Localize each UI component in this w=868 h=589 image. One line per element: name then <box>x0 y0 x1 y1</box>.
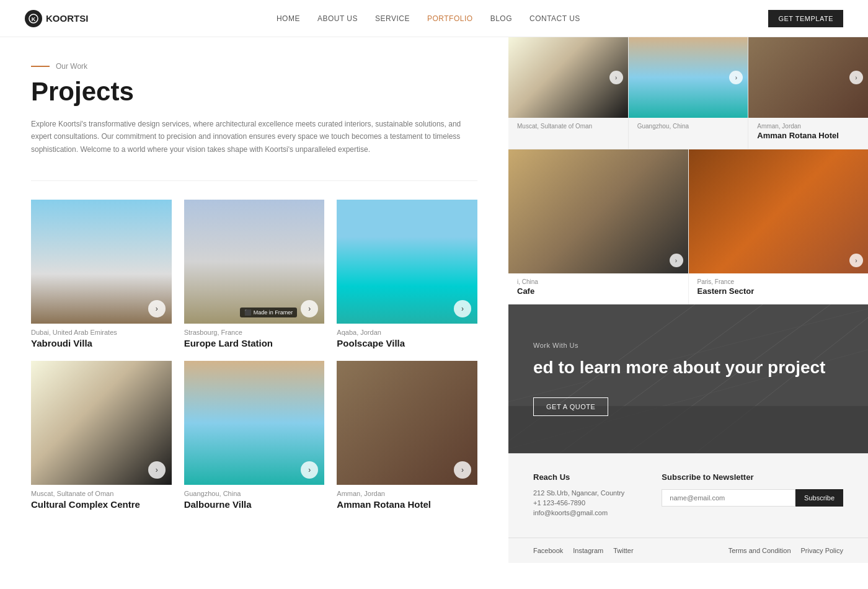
terms-link[interactable]: Terms and Condition <box>728 547 791 554</box>
project-image-5: › <box>184 361 325 485</box>
nav-about[interactable]: ABOUT US <box>317 14 358 23</box>
footer-address: 212 Sb.Urb, Ngancar, Country <box>533 489 624 497</box>
privacy-link[interactable]: Privacy Policy <box>801 547 843 554</box>
slider-item-3: › Amman, Jordan Amman Rotana Hotel <box>748 37 868 149</box>
get-a-quote-button[interactable]: GET A QUOTE <box>533 397 608 416</box>
nav-contact[interactable]: CONTACT US <box>529 14 580 23</box>
project-image-1: › <box>31 200 172 324</box>
project-card-5[interactable]: › Guangzhou, China Dalbourne Villa <box>184 361 325 510</box>
logo-text: KOORTSI <box>46 13 88 24</box>
card-arrow-6[interactable]: › <box>454 461 471 479</box>
mid-image-item-1: › i, China Cafe <box>508 149 689 304</box>
mid-image-2: › <box>689 149 869 273</box>
project-location-6: Amman, Jordan <box>337 490 477 497</box>
newsletter-heading: Subscribe to Newsletter <box>662 472 843 482</box>
nav-portfolio[interactable]: PORTFOLIO <box>427 14 473 23</box>
footer-phone: +1 123-456-7890 <box>533 499 624 507</box>
nav-home[interactable]: HOME <box>277 14 300 23</box>
project-location-4: Muscat, Sultanate of Oman <box>31 490 172 497</box>
nav-service[interactable]: SERVICE <box>375 14 410 23</box>
project-name-2: Europe Lard Station <box>184 338 325 348</box>
project-card-3[interactable]: › Aqaba, Jordan Poolscape Villa <box>337 200 477 348</box>
cta-content: Work With Us ed to learn more about your… <box>533 342 843 416</box>
slider-image-1: › <box>508 37 628 118</box>
svg-text:K: K <box>32 16 36 22</box>
navbar: K KOORTSI HOME ABOUT US SERVICE PORTFOLI… <box>0 0 868 37</box>
project-image-2: › ⬛ Made in Framer <box>184 200 325 324</box>
mid-chevron-1[interactable]: › <box>670 254 683 267</box>
footer-contact-heading: Reach Us <box>533 472 624 482</box>
mid-loc-1: i, China <box>508 273 688 286</box>
framer-badge: ⬛ Made in Framer <box>240 308 298 317</box>
slider-chevron-2[interactable]: › <box>729 71 743 84</box>
project-location-3: Aqaba, Jordan <box>337 329 477 336</box>
card-arrow-3[interactable]: › <box>454 300 471 317</box>
slider-items: › Muscat, Sultanate of Oman › Guangzhou,… <box>508 37 868 149</box>
card-arrow-4[interactable]: › <box>148 461 166 479</box>
projects-description: Explore Koortsi's transformative design … <box>31 118 465 156</box>
slider-title-3: Amman Rotana Hotel <box>748 131 868 140</box>
mid-loc-2: Paris, France <box>689 273 869 286</box>
project-image-4: › <box>31 361 172 485</box>
slider-chevron-3[interactable]: › <box>849 71 863 84</box>
logo-icon: K <box>25 10 42 27</box>
cta-section: Work With Us ed to learn more about your… <box>508 304 868 453</box>
footer-links: Terms and Condition Privacy Policy <box>728 547 843 554</box>
mid-title-2: Eastern Sector <box>689 286 869 304</box>
mid-image-1: › <box>508 149 688 273</box>
right-sidebar: › Muscat, Sultanate of Oman › Guangzhou,… <box>508 37 868 589</box>
footer-email: info@koorts@gmail.com <box>533 509 624 516</box>
slider-chevron-1[interactable]: › <box>609 71 623 84</box>
divider <box>31 180 477 181</box>
social-twitter[interactable]: Twitter <box>613 547 633 554</box>
section-label-text: Our Work <box>56 62 87 71</box>
footer-bottom: Facebook Instagram Twitter Terms and Con… <box>508 538 868 563</box>
nav-links: HOME ABOUT US SERVICE PORTFOLIO BLOG CON… <box>277 14 580 23</box>
page-layout: Our Work Projects Explore Koortsi's tran… <box>0 37 868 589</box>
project-image-6: › <box>337 361 477 485</box>
project-location-2: Strasbourg, France <box>184 329 325 336</box>
project-name-1: Yabroudi Villa <box>31 338 172 348</box>
card-arrow-2[interactable]: › <box>301 300 318 317</box>
project-card-4[interactable]: › Muscat, Sultanate of Oman Cultural Com… <box>31 361 172 510</box>
social-instagram[interactable]: Instagram <box>573 547 603 554</box>
project-card-1[interactable]: › Dubai, United Arab Emirates Yabroudi V… <box>31 200 172 348</box>
card-arrow-1[interactable]: › <box>148 300 166 317</box>
newsletter-email-input[interactable] <box>662 489 795 507</box>
project-location-1: Dubai, United Arab Emirates <box>31 329 172 336</box>
project-name-6: Amman Rotana Hotel <box>337 499 477 510</box>
top-slider: › Muscat, Sultanate of Oman › Guangzhou,… <box>508 37 868 149</box>
slider-image-2: › <box>629 37 748 118</box>
cta-title: ed to learn more about your project <box>533 356 843 379</box>
slider-item-1: › Muscat, Sultanate of Oman <box>508 37 629 149</box>
get-template-button[interactable]: GET TEMPLATE <box>768 10 843 27</box>
mid-chevron-2[interactable]: › <box>849 254 863 267</box>
project-name-5: Dalbourne Villa <box>184 499 325 510</box>
mid-title-1: Cafe <box>508 286 688 304</box>
newsletter-subscribe-button[interactable]: Subscribe <box>795 489 843 507</box>
cta-label: Work With Us <box>533 342 843 349</box>
social-facebook[interactable]: Facebook <box>533 547 563 554</box>
footer-contact: Reach Us 212 Sb.Urb, Ngancar, Country +1… <box>533 472 624 519</box>
footer-newsletter: Subscribe to Newsletter Subscribe <box>662 472 843 519</box>
project-card-2[interactable]: › ⬛ Made in Framer Strasbourg, France Eu… <box>184 200 325 348</box>
projects-grid: › Dubai, United Arab Emirates Yabroudi V… <box>31 200 477 510</box>
slider-image-3: › <box>748 37 868 118</box>
section-label-line <box>31 66 50 67</box>
slider-loc-3: Amman, Jordan <box>748 118 868 131</box>
page-title: Projects <box>31 77 477 107</box>
nav-blog[interactable]: BLOG <box>490 14 512 23</box>
slider-loc-1: Muscat, Sultanate of Oman <box>508 118 628 131</box>
project-name-4: Cultural Complex Centre <box>31 499 172 510</box>
main-content: Our Work Projects Explore Koortsi's tran… <box>0 37 508 589</box>
card-arrow-5[interactable]: › <box>301 461 318 479</box>
project-card-6[interactable]: › Amman, Jordan Amman Rotana Hotel <box>337 361 477 510</box>
footer-area: Reach Us 212 Sb.Urb, Ngancar, Country +1… <box>508 453 868 538</box>
slider-item-2: › Guangzhou, China <box>629 37 749 149</box>
slider-loc-2: Guangzhou, China <box>629 118 748 131</box>
logo[interactable]: K KOORTSI <box>25 10 88 27</box>
mid-image-item-2: › Paris, France Eastern Sector <box>689 149 869 304</box>
project-name-3: Poolscape Villa <box>337 338 477 348</box>
section-label: Our Work <box>31 62 477 71</box>
mid-images: › i, China Cafe › Paris, France Eastern … <box>508 149 868 304</box>
